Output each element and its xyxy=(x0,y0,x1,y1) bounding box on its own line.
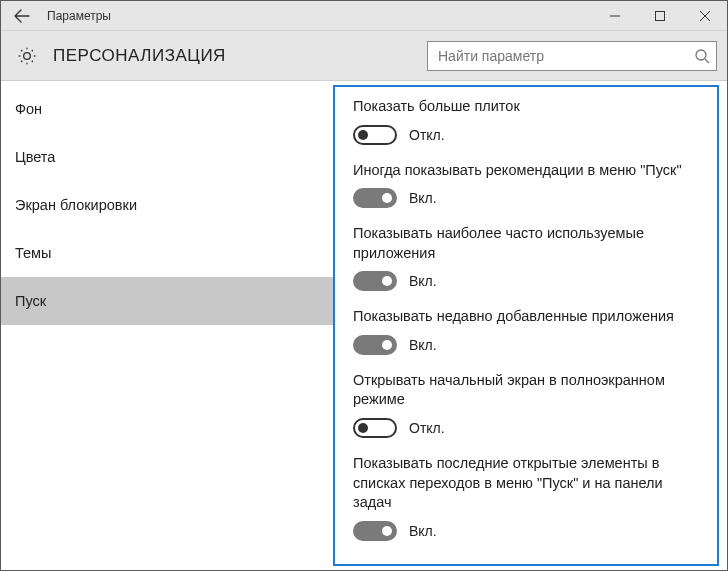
sidebar-item-label: Пуск xyxy=(15,293,46,309)
minimize-icon xyxy=(610,11,620,21)
sidebar-item-colors[interactable]: Цвета xyxy=(1,133,333,181)
window-controls xyxy=(592,1,727,31)
maximize-icon xyxy=(655,11,665,21)
back-button[interactable] xyxy=(1,1,43,31)
settings-gear-icon xyxy=(13,46,41,66)
setting-label: Показывать последние открытые элементы в… xyxy=(353,454,699,513)
setting-jumplists: Показывать последние открытые элементы в… xyxy=(353,454,699,541)
toggle-row: Вкл. xyxy=(353,271,699,291)
main-area: Фон Цвета Экран блокировки Темы Пуск Пок… xyxy=(1,81,727,570)
toggle-state-text: Откл. xyxy=(409,420,445,436)
svg-line-5 xyxy=(705,59,709,63)
setting-label: Показывать наиболее часто используемые п… xyxy=(353,224,699,263)
minimize-button[interactable] xyxy=(592,1,637,31)
toggle-state-text: Вкл. xyxy=(409,337,437,353)
window-title: Параметры xyxy=(47,9,111,23)
sidebar-item-lockscreen[interactable]: Экран блокировки xyxy=(1,181,333,229)
setting-recently-added: Показывать недавно добавленные приложени… xyxy=(353,307,699,355)
page-title: ПЕРСОНАЛИЗАЦИЯ xyxy=(53,46,226,66)
setting-most-used: Показывать наиболее часто используемые п… xyxy=(353,224,699,291)
toggle-row: Вкл. xyxy=(353,521,699,541)
close-button[interactable] xyxy=(682,1,727,31)
sidebar-item-label: Темы xyxy=(15,245,52,261)
toggle-fullscreen-start[interactable] xyxy=(353,418,397,438)
titlebar: Параметры xyxy=(1,1,727,31)
arrow-left-icon xyxy=(14,8,30,24)
setting-label: Показать больше плиток xyxy=(353,97,699,117)
toggle-row: Откл. xyxy=(353,125,699,145)
sidebar-item-label: Экран блокировки xyxy=(15,197,137,213)
sidebar-item-label: Фон xyxy=(15,101,42,117)
close-icon xyxy=(700,11,710,21)
sidebar-item-themes[interactable]: Темы xyxy=(1,229,333,277)
sidebar-item-background[interactable]: Фон xyxy=(1,85,333,133)
search-icon xyxy=(694,48,710,64)
search-input[interactable] xyxy=(438,48,694,64)
toggle-state-text: Вкл. xyxy=(409,523,437,539)
setting-more-tiles: Показать больше плиток Откл. xyxy=(353,97,699,145)
toggle-jumplists[interactable] xyxy=(353,521,397,541)
toggle-most-used[interactable] xyxy=(353,271,397,291)
toggle-state-text: Вкл. xyxy=(409,190,437,206)
toggle-row: Откл. xyxy=(353,418,699,438)
toggle-recently-added[interactable] xyxy=(353,335,397,355)
toggle-state-text: Откл. xyxy=(409,127,445,143)
header: ПЕРСОНАЛИЗАЦИЯ xyxy=(1,31,727,81)
toggle-row: Вкл. xyxy=(353,188,699,208)
setting-fullscreen-start: Открывать начальный экран в полноэкранно… xyxy=(353,371,699,438)
search-box[interactable] xyxy=(427,41,717,71)
setting-label: Показывать недавно добавленные приложени… xyxy=(353,307,699,327)
maximize-button[interactable] xyxy=(637,1,682,31)
setting-label: Открывать начальный экран в полноэкранно… xyxy=(353,371,699,410)
toggle-state-text: Вкл. xyxy=(409,273,437,289)
svg-point-4 xyxy=(696,50,706,60)
setting-label: Иногда показывать рекомендации в меню "П… xyxy=(353,161,699,181)
svg-rect-1 xyxy=(655,11,664,20)
content-panel: Показать больше плиток Откл. Иногда пока… xyxy=(333,85,719,566)
toggle-suggestions[interactable] xyxy=(353,188,397,208)
sidebar-item-label: Цвета xyxy=(15,149,55,165)
sidebar-item-start[interactable]: Пуск xyxy=(1,277,333,325)
sidebar: Фон Цвета Экран блокировки Темы Пуск xyxy=(1,81,333,570)
toggle-more-tiles[interactable] xyxy=(353,125,397,145)
setting-suggestions: Иногда показывать рекомендации в меню "П… xyxy=(353,161,699,209)
toggle-row: Вкл. xyxy=(353,335,699,355)
